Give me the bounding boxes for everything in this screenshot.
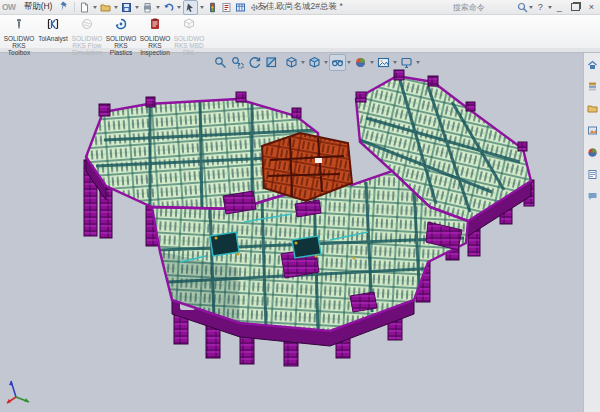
titlebar: OW 帮助(H) xyxy=(0,0,600,15)
addin-tolanalyst[interactable]: TolAnalyst xyxy=(36,14,70,42)
heads-up-toolbar xyxy=(212,54,421,70)
dropdown-caret[interactable] xyxy=(416,61,420,64)
previous-view-icon[interactable] xyxy=(246,54,263,71)
addin-solidworks-toolbox[interactable]: SOLIDWORKS Toolbox xyxy=(2,14,36,56)
document-title: 友佳.欧尚名城2#总装 * xyxy=(257,1,343,13)
zoom-to-fit-icon[interactable] xyxy=(212,54,229,71)
dropdown-caret[interactable] xyxy=(135,6,139,9)
print-button[interactable] xyxy=(141,1,154,14)
home-icon[interactable] xyxy=(587,56,598,74)
graphics-viewport[interactable] xyxy=(0,52,584,412)
restore-button[interactable] xyxy=(571,3,580,11)
dropdown-caret[interactable] xyxy=(393,61,397,64)
addin-inspection[interactable]: SOLIDWORKS Inspection xyxy=(138,14,172,56)
addin-flow-simulation[interactable]: SOLIDWORKS Flow Simulation xyxy=(70,14,104,56)
addin-label: SOLIDWORKS Plastics xyxy=(104,35,138,56)
minimize-button[interactable]: _ xyxy=(553,1,566,14)
search-input[interactable] xyxy=(451,1,517,14)
plastics-icon xyxy=(115,16,127,34)
new-document-button[interactable] xyxy=(78,1,91,14)
addin-label: SOLIDWORKS MBD SNL xyxy=(172,35,206,56)
open-document-button[interactable] xyxy=(99,1,112,14)
search-options-caret[interactable] xyxy=(529,6,533,9)
undo-button[interactable] xyxy=(162,1,175,14)
mbd-icon xyxy=(183,16,195,34)
rebuild-traffic-light-button[interactable] xyxy=(206,1,219,14)
appearances-icon[interactable] xyxy=(587,144,598,162)
dropdown-caret[interactable] xyxy=(347,61,351,64)
zoom-to-area-icon[interactable] xyxy=(229,54,246,71)
display-style-icon[interactable] xyxy=(306,54,323,71)
flow-simulation-icon xyxy=(81,16,93,34)
dropdown-caret[interactable] xyxy=(156,6,160,9)
dropdown-caret[interactable] xyxy=(114,6,118,9)
quick-access-toolbar xyxy=(78,0,268,15)
inspection-icon xyxy=(149,16,161,34)
forum-icon[interactable] xyxy=(587,188,598,206)
dropdown-caret[interactable] xyxy=(370,61,374,64)
view-palette-icon[interactable] xyxy=(587,122,598,140)
toolbox-screw-icon xyxy=(13,16,25,34)
file-explorer-icon[interactable] xyxy=(587,100,598,118)
tolanalyst-icon xyxy=(47,16,59,34)
close-button[interactable]: × xyxy=(585,1,598,14)
dropdown-caret[interactable] xyxy=(177,6,181,9)
addin-mbd-snl[interactable]: SOLIDWORKS MBD SNL xyxy=(172,14,206,56)
search-icon[interactable] xyxy=(517,2,528,13)
view-orientation-icon[interactable] xyxy=(283,54,300,71)
apply-scene-icon[interactable] xyxy=(375,54,392,71)
design-library-icon[interactable] xyxy=(587,78,598,96)
hide-show-items-icon[interactable] xyxy=(329,54,346,71)
toolbar-separator xyxy=(74,2,75,12)
dropdown-caret[interactable] xyxy=(324,61,328,64)
select-button[interactable] xyxy=(183,0,198,15)
dropdown-caret[interactable] xyxy=(200,6,204,9)
edit-appearance-icon[interactable] xyxy=(352,54,369,71)
help-button[interactable]: ? xyxy=(534,1,547,14)
reference-triad xyxy=(2,376,32,406)
addin-plastics[interactable]: SOLIDWORKS Plastics xyxy=(104,14,138,56)
solidworks-window: { "titlebar": { "logo_fragment": "OW", "… xyxy=(0,0,600,412)
file-properties-button[interactable] xyxy=(220,1,233,14)
titlebar-right: ? _ × xyxy=(451,0,598,14)
custom-properties-icon[interactable] xyxy=(587,166,598,184)
addin-label: TolAnalyst xyxy=(36,35,70,42)
menu-help[interactable]: 帮助(H) xyxy=(20,1,57,13)
pin-icon[interactable] xyxy=(59,1,68,14)
task-pane xyxy=(583,52,600,412)
addin-label: SOLIDWORKS Inspection xyxy=(138,35,172,56)
model-canvas[interactable] xyxy=(0,52,584,412)
section-view-icon[interactable] xyxy=(263,54,280,71)
dropdown-caret[interactable] xyxy=(93,6,97,9)
addin-label: SOLIDWORKS Flow Simulation xyxy=(70,35,104,56)
dropdown-caret[interactable] xyxy=(301,61,305,64)
help-caret[interactable] xyxy=(548,6,552,9)
addin-label: SOLIDWORKS Toolbox xyxy=(2,35,36,56)
app-logo-fragment: OW xyxy=(2,2,16,12)
options-grid-button[interactable] xyxy=(234,1,247,14)
save-button[interactable] xyxy=(120,1,133,14)
view-settings-icon[interactable] xyxy=(398,54,415,71)
addin-toolbar: SOLIDWORKS Toolbox TolAnalyst SOLIDWORKS… xyxy=(0,14,600,48)
